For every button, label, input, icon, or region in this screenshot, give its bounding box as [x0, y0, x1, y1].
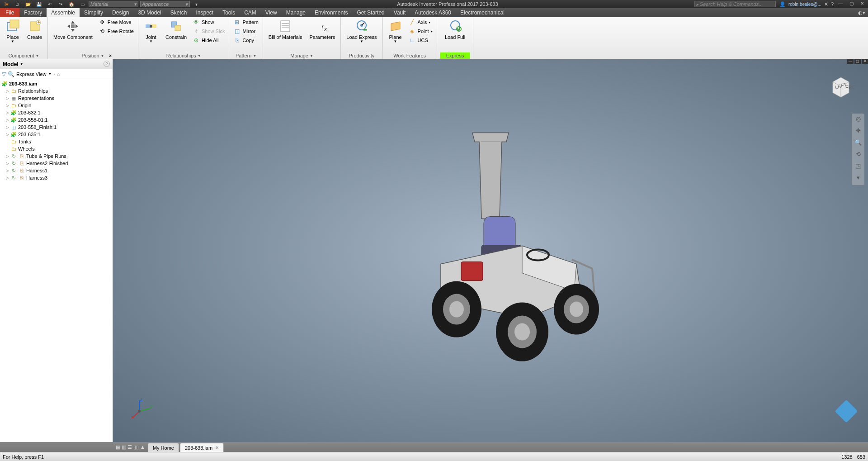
select-icon[interactable]: ▭: [78, 1, 87, 7]
copy-button[interactable]: ⎘Copy: [232, 36, 259, 44]
help-icon[interactable]: ?: [831, 1, 834, 7]
joint-button[interactable]: Joint▼: [141, 18, 161, 45]
tree-item[interactable]: 🗀Wheels: [0, 145, 113, 152]
free-move-button[interactable]: ✥Free Move: [97, 18, 135, 26]
favorite-icon[interactable]: ✕: [824, 1, 828, 7]
filter-icon[interactable]: ▽: [2, 71, 6, 77]
find-icon[interactable]: ⌕: [57, 71, 60, 77]
graphics-viewport[interactable]: — ▢ ✕ FRONT LEFT ◎ ✥ 🔍 ⟲ ◳ ▾: [113, 59, 868, 442]
tab-factory[interactable]: Factory: [19, 8, 47, 17]
zoom-icon[interactable]: 🔍: [854, 139, 863, 148]
point-button[interactable]: ◈Point ▾: [407, 27, 434, 35]
ribbon-appearance-icon[interactable]: ◐▾: [858, 10, 865, 16]
hide-all-button[interactable]: ⊘Hide All: [191, 36, 226, 44]
user-label[interactable]: robin.beales@...: [788, 2, 821, 7]
tab-environments[interactable]: Environments: [310, 8, 352, 17]
home-icon[interactable]: 🏠: [67, 1, 76, 7]
undo-icon[interactable]: ↶: [45, 1, 54, 7]
tree-item[interactable]: ▷↻⎘Harness1: [0, 167, 113, 174]
axis-button[interactable]: ╱Axis ▾: [407, 18, 434, 26]
create-button[interactable]: ✦ Create: [24, 18, 45, 41]
mirror-button[interactable]: ◫Mirror: [232, 27, 259, 35]
tab-design[interactable]: Design: [108, 8, 133, 17]
tab-view[interactable]: View: [261, 8, 282, 17]
bom-button[interactable]: Bill of Materials: [266, 18, 305, 41]
tab-tools[interactable]: Tools: [218, 8, 240, 17]
tab-3dmodel[interactable]: 3D Model: [133, 8, 165, 17]
tab-sketch[interactable]: Sketch: [166, 8, 192, 17]
tab-getstarted[interactable]: Get Started: [352, 8, 389, 17]
show-button[interactable]: 👁Show: [191, 18, 226, 26]
material-dropdown[interactable]: Material▾: [89, 1, 138, 7]
steering-wheel-icon[interactable]: ◎: [854, 115, 863, 124]
tab-cam[interactable]: CAM: [240, 8, 261, 17]
vp-close-icon[interactable]: ✕: [862, 59, 868, 64]
lookat-icon[interactable]: ◳: [854, 162, 863, 171]
view-mode-label[interactable]: Express View: [16, 71, 46, 77]
signin-icon[interactable]: 👤: [779, 1, 786, 7]
vp-restore-icon[interactable]: ▢: [854, 59, 861, 64]
orbit-icon[interactable]: ⟲: [854, 151, 863, 160]
ribbon-group-position: Move Component ✥Free Move ⟲Free Rotate P…: [48, 17, 138, 59]
view-cube[interactable]: FRONT LEFT: [827, 73, 854, 100]
tree-item[interactable]: ▷▦Representations: [0, 95, 113, 102]
tree-item[interactable]: ▷🧩203-558-01:1: [0, 116, 113, 124]
save-icon[interactable]: 💾: [34, 1, 43, 7]
qat-dropdown-icon[interactable]: ▾: [192, 1, 201, 7]
tab-vault[interactable]: Vault: [389, 8, 410, 17]
open-icon[interactable]: 📂: [24, 1, 33, 7]
redo-icon[interactable]: ↷: [56, 1, 65, 7]
tab-document[interactable]: 203-633.iam✕: [180, 443, 224, 452]
app-menu-icon[interactable]: I▾: [2, 1, 11, 7]
place-button[interactable]: Place▼: [3, 18, 23, 45]
tab-inspect[interactable]: Inspect: [191, 8, 218, 17]
show-sick-button[interactable]: ⚕Show Sick: [191, 27, 226, 35]
vp-minimize-icon[interactable]: —: [847, 59, 854, 64]
browser-dropdown-icon[interactable]: ▼: [20, 62, 24, 66]
free-rotate-button[interactable]: ⟲Free Rotate: [97, 27, 135, 35]
view-mode-4-icon[interactable]: ▯▯: [133, 444, 139, 450]
load-express-button[interactable]: Load Express▼: [344, 18, 379, 45]
close-icon[interactable]: ✕: [858, 1, 866, 7]
tab-a360[interactable]: Autodesk A360: [410, 8, 456, 17]
tab-simplify[interactable]: Simplify: [80, 8, 108, 17]
tab-my-home[interactable]: My Home: [148, 443, 179, 452]
view-mode-3-icon[interactable]: ☰: [127, 444, 132, 450]
tree-item[interactable]: ▷🗀Relationships: [0, 87, 113, 95]
file-tab[interactable]: File: [0, 8, 19, 17]
parameters-button[interactable]: fx Parameters: [307, 18, 338, 41]
a360-icon[interactable]: [835, 400, 858, 423]
browser-help-icon[interactable]: ?: [104, 61, 110, 67]
nav-more-icon[interactable]: ▾: [854, 174, 863, 183]
ucs-button[interactable]: ∟UCS: [407, 36, 434, 44]
minimize-icon[interactable]: —: [836, 1, 844, 7]
pattern-button[interactable]: ⊞Pattern: [232, 18, 259, 26]
tab-close-icon[interactable]: ✕: [215, 445, 219, 450]
view-mode-up-icon[interactable]: ▲: [140, 444, 145, 450]
tree-item[interactable]: ▷↻⎘Harness2-Finished: [0, 160, 113, 167]
tree-item[interactable]: ▷↻⎘Harness3: [0, 174, 113, 181]
tab-manage[interactable]: Manage: [282, 8, 310, 17]
view-mode-2-icon[interactable]: ▥: [122, 444, 126, 450]
tree-item[interactable]: ▷🧩203-635:1: [0, 131, 113, 138]
load-full-button[interactable]: ↻ Load Full: [442, 18, 468, 41]
browser-close-icon[interactable]: ×: [109, 53, 112, 58]
view-mode-1-icon[interactable]: ▦: [116, 444, 120, 450]
search-help-input[interactable]: ▸ Search Help & Commands...: [694, 1, 776, 7]
search-icon[interactable]: 🔍: [8, 71, 14, 77]
pan-icon[interactable]: ✥: [854, 127, 863, 136]
move-component-button[interactable]: Move Component: [51, 18, 95, 41]
appearance-dropdown[interactable]: Appearance▾: [140, 1, 190, 7]
tree-item[interactable]: 🗀Tanks: [0, 138, 113, 145]
tree-item[interactable]: ▷🗀Origin: [0, 102, 113, 109]
tree-root[interactable]: 🧩203-633.iam: [0, 80, 113, 87]
new-icon[interactable]: 🗋: [13, 1, 22, 7]
constrain-button[interactable]: Constrain: [163, 18, 189, 41]
tab-assemble[interactable]: Assemble: [47, 8, 80, 17]
tree-item[interactable]: ▷◫203-558_Finish:1: [0, 124, 113, 131]
tree-item[interactable]: ▷🧩203-632:1: [0, 109, 113, 116]
maximize-icon[interactable]: ▢: [847, 1, 855, 7]
tab-electromechanical[interactable]: Electromechanical: [456, 8, 509, 17]
plane-button[interactable]: Plane▼: [386, 18, 406, 45]
tree-item[interactable]: ▷↻⎘Tube & Pipe Runs: [0, 152, 113, 160]
